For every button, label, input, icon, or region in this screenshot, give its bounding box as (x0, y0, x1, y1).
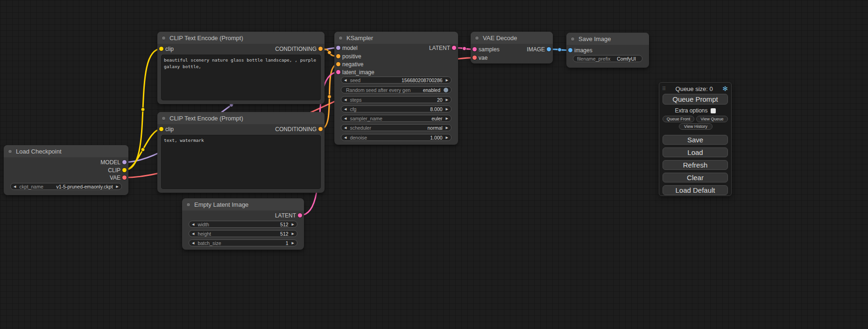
settings-gear-icon[interactable]: ✻ (722, 85, 728, 92)
increment-arrow-icon[interactable]: ▶ (446, 106, 448, 112)
ckpt-name-widget[interactable]: ◀ ckpt_name v1-5-pruned-emaonly.ckpt ▶ (10, 183, 122, 190)
increment-arrow-icon[interactable]: ▶ (446, 134, 448, 140)
decrement-arrow-icon[interactable]: ◀ (192, 240, 194, 246)
height-widget[interactable]: ◀ height 512 ▶ (189, 230, 297, 237)
view-queue-button[interactable]: View Queue (696, 116, 728, 122)
increment-arrow-icon[interactable]: ▶ (292, 240, 294, 246)
widget-label: batch_size (198, 240, 221, 246)
negative-input-port[interactable] (336, 62, 340, 66)
batch-size-widget[interactable]: ◀ batch_size 1 ▶ (189, 239, 297, 246)
clip-input-port[interactable] (159, 47, 163, 51)
width-widget[interactable]: ◀ width 512 ▶ (189, 221, 297, 228)
decrement-arrow-icon[interactable]: ◀ (344, 125, 346, 131)
node-title: CLIP Text Encode (Prompt) (169, 35, 243, 42)
node-title-bar[interactable]: VAE Decode (471, 32, 553, 44)
node-title-bar[interactable]: KSampler (334, 32, 458, 44)
slot-label: CONDITIONING (275, 45, 317, 53)
prompt-textarea[interactable]: text, watermark (161, 135, 321, 189)
increment-arrow-icon[interactable]: ▶ (446, 115, 448, 121)
model-output-port[interactable] (122, 160, 127, 164)
samples-input-port[interactable] (473, 47, 477, 51)
save-button[interactable]: Save (663, 135, 728, 145)
increment-arrow-icon[interactable]: ▶ (292, 231, 294, 237)
latent-output-port[interactable] (298, 213, 302, 217)
queue-prompt-button[interactable]: Queue Prompt (663, 94, 728, 105)
widget-value: 512 (280, 222, 289, 227)
toggle-knob[interactable] (444, 88, 448, 92)
decrement-arrow-icon[interactable]: ◀ (344, 77, 346, 83)
node-title: Load Checkpoint (16, 148, 62, 155)
node-title-bar[interactable]: Empty Latent Image (182, 198, 304, 210)
model-input-port[interactable] (336, 46, 340, 50)
node-status-dot (571, 37, 575, 41)
vae-output-port[interactable] (122, 175, 127, 180)
increment-arrow-icon[interactable]: ▶ (446, 77, 448, 83)
latent-output-port[interactable] (452, 46, 456, 50)
clip-input-port[interactable] (159, 127, 163, 131)
widget-label: denoise (350, 135, 367, 140)
slot-row: clip CONDITIONING (157, 45, 325, 53)
node-load-checkpoint[interactable]: Load Checkpoint MODEL CLIP VAE ◀ ckpt_na… (4, 145, 128, 195)
node-save-image[interactable]: Save Image images filename_prefix ComfyU… (566, 33, 649, 68)
vae-input-port[interactable] (473, 56, 477, 60)
view-history-button[interactable]: View History (679, 123, 713, 130)
node-title-bar[interactable]: Load Checkpoint (4, 145, 128, 157)
prompt-textarea[interactable]: beautiful scenery nature glass bottle la… (161, 55, 321, 100)
latent-image-input-port[interactable] (336, 70, 340, 74)
decrement-arrow-icon[interactable]: ◀ (344, 97, 346, 103)
widget-value: euler (431, 116, 442, 121)
decrement-arrow-icon[interactable]: ◀ (344, 115, 346, 121)
clip-output-port[interactable] (122, 168, 127, 172)
conditioning-output-port[interactable] (318, 47, 323, 51)
node-clip-text-encode-positive[interactable]: CLIP Text Encode (Prompt) clip CONDITION… (157, 32, 325, 104)
node-title-bar[interactable]: CLIP Text Encode (Prompt) (157, 32, 325, 44)
widget-value: 1 (286, 240, 289, 246)
load-default-button[interactable]: Load Default (663, 185, 728, 195)
widget-value: 1.000 (430, 135, 442, 140)
extra-options-checkbox[interactable] (711, 108, 716, 113)
conditioning-output-port[interactable] (318, 127, 323, 131)
slot-label: LATENT (275, 212, 296, 219)
widget-value: 512 (280, 231, 289, 237)
clear-button[interactable]: Clear (663, 173, 728, 182)
increment-arrow-icon[interactable]: ▶ (446, 125, 448, 131)
scheduler-widget[interactable]: ◀ scheduler normal ▶ (341, 124, 452, 131)
node-graph-canvas[interactable]: Load Checkpoint MODEL CLIP VAE ◀ ckpt_na… (0, 0, 868, 329)
images-input-port[interactable] (568, 48, 572, 52)
node-vae-decode[interactable]: VAE Decode samples IMAGE vae (471, 32, 553, 63)
node-ksampler[interactable]: KSampler model LATENT positive negative … (334, 32, 458, 145)
load-button[interactable]: Load (663, 147, 728, 157)
steps-widget[interactable]: ◀ steps 20 ▶ (341, 96, 452, 103)
decrement-arrow-icon[interactable]: ◀ (344, 106, 346, 112)
increment-arrow-icon[interactable]: ▶ (292, 221, 294, 227)
increment-arrow-icon[interactable]: ▶ (116, 183, 119, 189)
slot-label: clip (165, 45, 174, 53)
denoise-widget[interactable]: ◀ denoise 1.000 ▶ (341, 134, 452, 141)
increment-arrow-icon[interactable]: ▶ (446, 97, 448, 103)
image-output-port[interactable] (547, 47, 551, 51)
node-clip-text-encode-negative[interactable]: CLIP Text Encode (Prompt) clip CONDITION… (157, 112, 325, 193)
node-status-dot (8, 149, 12, 154)
refresh-button[interactable]: Refresh (663, 160, 728, 170)
node-status-dot (339, 36, 343, 40)
decrement-arrow-icon[interactable]: ◀ (192, 231, 194, 237)
node-empty-latent-image[interactable]: Empty Latent Image LATENT ◀ width 512 ▶ … (182, 198, 304, 250)
sampler-name-widget[interactable]: ◀ sampler_name euler ▶ (341, 115, 452, 122)
node-title-bar[interactable]: CLIP Text Encode (Prompt) (157, 112, 325, 124)
queue-front-button[interactable]: Queue Front (663, 116, 694, 122)
slot-label: negative (342, 61, 363, 68)
decrement-arrow-icon[interactable]: ◀ (344, 134, 346, 140)
node-title-bar[interactable]: Save Image (566, 33, 649, 45)
drag-handle-icon[interactable]: ⠿ (662, 86, 666, 92)
positive-input-port[interactable] (336, 54, 340, 58)
decrement-arrow-icon[interactable]: ◀ (192, 221, 194, 227)
seed-widget[interactable]: ◀ seed 156680208700286 ▶ (341, 77, 452, 84)
widget-label: sampler_name (350, 116, 382, 121)
slot-row: clip CONDITIONING (157, 126, 325, 133)
node-status-dot (475, 36, 479, 40)
filename-prefix-widget[interactable]: filename_prefix ComfyUI (573, 55, 642, 62)
extra-options-row: Extra options (659, 107, 731, 114)
cfg-widget[interactable]: ◀ cfg 8.000 ▶ (341, 105, 452, 112)
decrement-arrow-icon[interactable]: ◀ (14, 183, 16, 189)
random-seed-toggle[interactable]: Random seed after every gen enabled (341, 86, 452, 93)
